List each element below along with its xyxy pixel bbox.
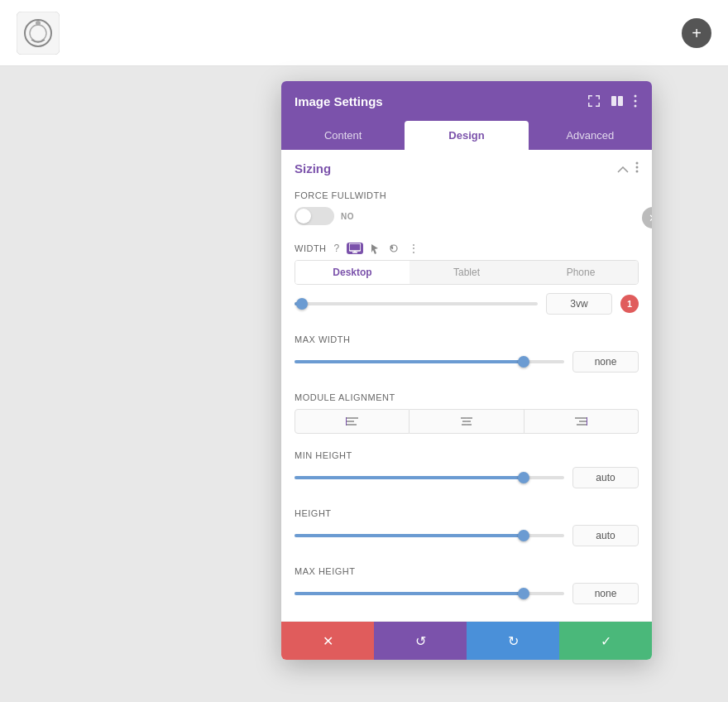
modal-header-icons	[586, 93, 639, 109]
max-width-slider-fill	[295, 360, 524, 363]
cancel-icon: ✕	[323, 633, 333, 649]
svg-rect-4	[611, 96, 616, 106]
columns-icon-btn[interactable]	[609, 93, 625, 109]
svg-point-3	[36, 21, 41, 26]
min-height-row: Min Height	[281, 444, 652, 502]
redo-icon: ↻	[508, 633, 519, 649]
redo-btn[interactable]: ↻	[467, 622, 559, 660]
min-height-label: Min Height	[295, 450, 639, 460]
max-width-row: Max Width	[281, 328, 652, 386]
undo-icon: ↺	[415, 633, 426, 649]
confirm-icon: ✓	[601, 633, 611, 649]
width-slider-row: 3vw 1	[295, 293, 639, 315]
max-width-slider-thumb[interactable]	[518, 356, 529, 368]
width-desktop-icon-btn[interactable]	[347, 243, 363, 254]
max-width-slider-row	[295, 351, 639, 373]
max-width-input[interactable]	[572, 351, 639, 373]
width-more-btn[interactable]: ⋮	[406, 242, 421, 255]
device-tab-desktop[interactable]: Desktop	[295, 261, 410, 284]
modal-footer: ✕ ↺ ↻ ✓	[281, 622, 652, 660]
min-height-slider-thumb[interactable]	[518, 472, 529, 483]
svg-rect-12	[349, 243, 361, 251]
max-height-row: Max Height	[281, 560, 652, 618]
height-slider-row	[295, 525, 639, 546]
sizing-title: Sizing	[295, 161, 331, 176]
height-slider-fill	[295, 534, 524, 537]
force-fullwidth-toggle-wrap: NO	[295, 207, 639, 225]
sizing-more-btn[interactable]	[635, 161, 639, 176]
svg-point-7	[635, 100, 637, 103]
force-fullwidth-row: Force Fullwidth NO	[281, 184, 652, 235]
align-center-btn[interactable]	[410, 409, 524, 434]
height-input[interactable]	[572, 525, 639, 546]
svg-point-6	[635, 95, 637, 98]
force-fullwidth-toggle[interactable]	[295, 207, 334, 225]
tab-design[interactable]: Design	[405, 121, 528, 150]
modal-title: Image Settings	[295, 94, 383, 108]
max-height-slider-track[interactable]	[295, 592, 564, 595]
add-button[interactable]: +	[682, 18, 711, 48]
top-bar: +	[0, 0, 728, 66]
add-icon: +	[692, 25, 702, 41]
cancel-btn[interactable]: ✕	[281, 622, 374, 660]
height-slider-thumb[interactable]	[518, 530, 529, 541]
max-height-slider-fill	[295, 592, 524, 595]
main-area: Image Settings Content Design Advanced ✕	[0, 66, 728, 702]
width-input[interactable]: 3vw	[546, 293, 612, 315]
undo-btn[interactable]: ↺	[374, 622, 467, 660]
tab-content[interactable]: Content	[281, 121, 405, 150]
width-slider-thumb[interactable]	[296, 298, 308, 310]
svg-point-8	[635, 105, 637, 108]
min-height-slider-fill	[295, 476, 524, 479]
logo-icon	[17, 12, 60, 55]
height-slider-track[interactable]	[295, 534, 564, 537]
min-height-slider-track[interactable]	[295, 476, 564, 479]
alignment-buttons	[295, 409, 639, 434]
height-label: Height	[295, 508, 639, 518]
svg-point-10	[636, 166, 639, 169]
width-label: Width	[295, 243, 327, 253]
width-badge: 1	[620, 295, 639, 313]
sizing-controls	[617, 161, 639, 176]
width-label-row: Width ? ⋮	[295, 242, 639, 255]
align-left-btn[interactable]	[295, 409, 410, 434]
height-row: Height	[281, 502, 652, 560]
confirm-btn[interactable]: ✓	[559, 622, 652, 660]
width-cursor-btn[interactable]	[368, 243, 381, 255]
max-height-slider-thumb[interactable]	[518, 588, 529, 599]
force-fullwidth-value: NO	[341, 212, 354, 221]
sizing-section-header: Sizing	[281, 150, 652, 184]
device-tab-phone[interactable]: Phone	[524, 261, 638, 284]
device-tab-tablet[interactable]: Tablet	[410, 261, 524, 284]
svg-rect-0	[17, 12, 60, 55]
max-width-label: Max Width	[295, 334, 639, 344]
sizing-collapse-btn[interactable]	[617, 162, 629, 176]
max-height-input[interactable]	[572, 583, 639, 604]
align-right-btn[interactable]	[524, 409, 639, 434]
svg-rect-5	[618, 96, 623, 106]
width-help-btn[interactable]: ?	[332, 242, 342, 255]
toggle-knob	[296, 209, 311, 224]
max-height-slider-row	[295, 583, 639, 604]
max-width-slider-track[interactable]	[295, 360, 564, 363]
fullscreen-icon-btn[interactable]	[586, 93, 602, 109]
svg-point-9	[636, 162, 639, 165]
width-reset-btn[interactable]	[386, 243, 401, 254]
force-fullwidth-label: Force Fullwidth	[295, 190, 639, 200]
tab-advanced[interactable]: Advanced	[529, 121, 652, 150]
device-tabs: Desktop Tablet Phone	[295, 260, 639, 285]
width-slider-track[interactable]	[295, 302, 538, 305]
min-height-input[interactable]	[572, 467, 639, 488]
width-row: Width ? ⋮ Desktop Tablet	[281, 235, 652, 328]
image-settings-modal: Image Settings Content Design Advanced ✕	[281, 81, 652, 660]
module-alignment-row: Module Alignment	[281, 386, 652, 444]
max-height-label: Max Height	[295, 566, 639, 576]
more-options-btn[interactable]	[632, 93, 639, 109]
module-alignment-label: Module Alignment	[295, 392, 639, 402]
modal-body: Sizing Force Fullwidth NO	[281, 150, 652, 622]
modal-header: Image Settings	[281, 81, 652, 121]
min-height-slider-row	[295, 467, 639, 488]
tabs: Content Design Advanced	[281, 121, 652, 150]
svg-point-11	[636, 171, 639, 173]
